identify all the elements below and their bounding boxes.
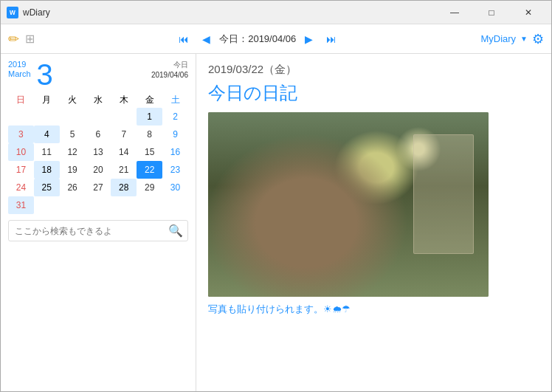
today-label: 今日：2019/04/06 (219, 32, 296, 46)
pen-icon[interactable]: ✏ (8, 31, 19, 47)
calendar-week-row: 12 (8, 108, 188, 125)
calendar-day-22[interactable]: 22 (137, 161, 162, 179)
nav-prev-button[interactable]: ◀ (198, 32, 215, 47)
toolbar-right: MyDiary ▼ ⚙ (480, 31, 544, 47)
minimize-button[interactable]: — (438, 2, 472, 23)
calendar-day-12[interactable]: 12 (60, 143, 86, 161)
calendar-day-empty (137, 196, 162, 214)
calendar-day-15[interactable]: 15 (137, 143, 162, 161)
calendar-day-empty (111, 108, 137, 125)
calendar-day-19[interactable]: 19 (60, 161, 86, 179)
calendar-day-17[interactable]: 17 (8, 161, 34, 179)
calendar-day-8[interactable]: 8 (137, 125, 162, 143)
sidebar: 2019 March 3 今日 2019/04/06 日月火水木金土 12345… (1, 54, 196, 392)
diary-name[interactable]: MyDiary (480, 33, 516, 44)
calendar-day-6[interactable]: 6 (86, 125, 111, 143)
calendar-day-empty (34, 196, 60, 214)
maximize-button[interactable]: □ (475, 2, 508, 23)
calendar-header: 2019 March 3 今日 2019/04/06 (8, 60, 188, 89)
main-content: 2019 March 3 今日 2019/04/06 日月火水木金土 12345… (1, 54, 551, 392)
calendar-day-29[interactable]: 29 (137, 179, 162, 196)
calendar-day-24[interactable]: 24 (8, 179, 34, 196)
titlebar: w wDiary — □ ✕ (1, 1, 551, 24)
calendar-week-row: 24252627282930 (8, 179, 188, 196)
entry-photo (208, 112, 489, 297)
diary-content: 2019/03/22（金） 今日の日記 写真も貼り付けられます。☀🌧☂ (196, 54, 551, 392)
nav-first-button[interactable]: ⏮ (174, 32, 193, 47)
settings-icon[interactable]: ⚙ (532, 31, 544, 47)
calendar-day-empty (60, 196, 86, 214)
close-button[interactable]: ✕ (511, 2, 545, 23)
calendar-day-10[interactable]: 10 (8, 143, 34, 161)
today-date-text: 2019/04/06 (151, 70, 188, 80)
calendar-day-empty (162, 196, 188, 214)
calendar-day-empty (111, 196, 137, 214)
diary-dropdown-button[interactable]: ▼ (520, 35, 528, 43)
calendar-grid: 日月火水木金土 12345678910111213141516171819202… (8, 92, 188, 214)
app-title: wDiary (23, 7, 438, 18)
toolbar: ✏ ⊞ ⏮ ◀ 今日：2019/04/06 ▶ ⏭ MyDiary ▼ ⚙ (1, 24, 551, 54)
weekday-header-金: 金 (137, 92, 162, 108)
calendar-day-1[interactable]: 1 (137, 108, 162, 125)
search-input[interactable] (9, 222, 164, 240)
calendar-day-31[interactable]: 31 (8, 196, 34, 214)
calendar-day-5[interactable]: 5 (60, 125, 86, 143)
nav-last-button[interactable]: ⏭ (322, 32, 341, 47)
calendar-weekdays: 日月火水木金土 (8, 92, 188, 108)
calendar-day-11[interactable]: 11 (34, 143, 60, 161)
calendar-day-20[interactable]: 20 (86, 161, 111, 179)
calendar-day-empty (60, 108, 86, 125)
calendar-month-name: March (8, 69, 31, 79)
weekday-header-木: 木 (111, 92, 137, 108)
toolbar-left: ✏ ⊞ (8, 31, 35, 47)
weekday-header-水: 水 (86, 92, 111, 108)
today-label-text: 今日 (151, 60, 188, 70)
calendar-day-18[interactable]: 18 (34, 161, 60, 179)
weekday-header-土: 土 (162, 92, 188, 108)
calendar-day-empty (86, 196, 111, 214)
calendar-day-7[interactable]: 7 (111, 125, 137, 143)
nav-next-button[interactable]: ▶ (300, 32, 317, 47)
calendar-today-box: 今日 2019/04/06 (151, 60, 188, 80)
calendar-day-23[interactable]: 23 (162, 161, 188, 179)
weekday-header-火: 火 (60, 92, 86, 108)
calendar-week-row: 17181920212223 (8, 161, 188, 179)
calendar-day-4[interactable]: 4 (34, 125, 60, 143)
calendar-day-21[interactable]: 21 (111, 161, 137, 179)
calendar-day-14[interactable]: 14 (111, 143, 137, 161)
calendar-day-26[interactable]: 26 (60, 179, 86, 196)
weekday-header-日: 日 (8, 92, 34, 108)
calendar-year: 2019 (8, 60, 31, 69)
calendar-day-13[interactable]: 13 (86, 143, 111, 161)
calendar-day-30[interactable]: 30 (162, 179, 188, 196)
search-button[interactable]: 🔍 (164, 221, 187, 241)
calendar-day-2[interactable]: 2 (162, 108, 188, 125)
calendar-day-3[interactable]: 3 (8, 125, 34, 143)
calendar-body: 1234567891011121314151617181920212223242… (8, 108, 188, 214)
calendar-day-empty (34, 108, 60, 125)
calendar-day-empty (86, 108, 111, 125)
calendar-week-row: 10111213141516 (8, 143, 188, 161)
entry-date: 2019/03/22（金） (208, 63, 539, 77)
calendar-year-month: 2019 March (8, 60, 31, 79)
app-icon: w (7, 7, 18, 18)
calendar-month-number: 3 (37, 60, 53, 89)
calendar-day-9[interactable]: 9 (162, 125, 188, 143)
weekday-header-月: 月 (34, 92, 60, 108)
calendar-day-28[interactable]: 28 (111, 179, 137, 196)
toolbar-nav: ⏮ ◀ 今日：2019/04/06 ▶ ⏭ (35, 32, 480, 47)
calendar-week-row: 31 (8, 196, 188, 214)
search-bar: 🔍 (8, 220, 188, 241)
calendar-day-25[interactable]: 25 (34, 179, 60, 196)
calendar-day-27[interactable]: 27 (86, 179, 111, 196)
entry-title: 今日の日記 (208, 81, 539, 105)
calendar-week-row: 3456789 (8, 125, 188, 143)
entry-caption: 写真も貼り付けられます。☀🌧☂ (208, 303, 539, 316)
window-controls: — □ ✕ (438, 2, 545, 23)
grid-icon[interactable]: ⊞ (25, 32, 35, 46)
calendar-day-empty (8, 108, 34, 125)
calendar-day-16[interactable]: 16 (162, 143, 188, 161)
